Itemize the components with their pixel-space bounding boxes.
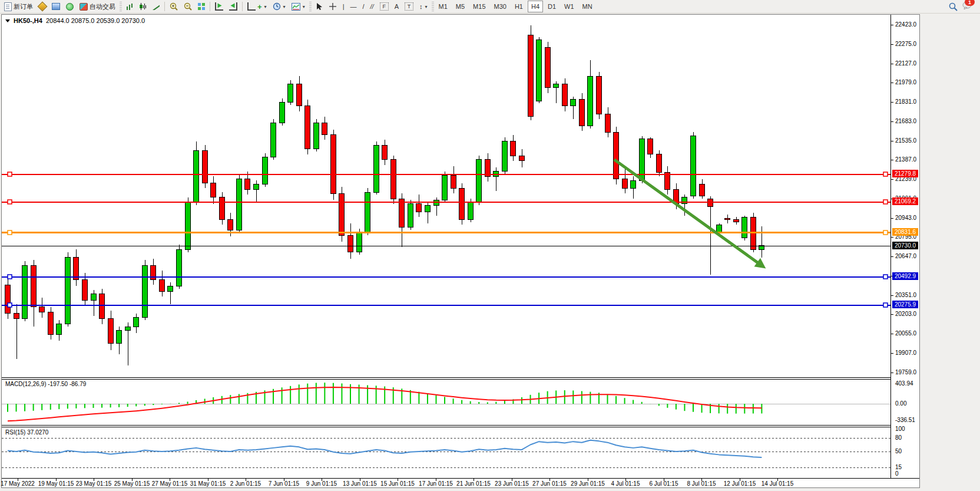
- price-axis[interactable]: 22423.022275.022127.021979.021831.021683…: [891, 15, 919, 478]
- line-handle[interactable]: [883, 230, 888, 235]
- text-label-button[interactable]: T: [402, 0, 416, 13]
- line-handle[interactable]: [8, 230, 12, 235]
- candle-bull: [125, 327, 131, 331]
- candle-bear: [39, 307, 45, 312]
- cursor-button[interactable]: [313, 0, 326, 13]
- candle-bull: [134, 318, 139, 327]
- line-handle[interactable]: [883, 172, 888, 176]
- chevron-down-icon: ▾: [283, 4, 286, 9]
- candle-bull: [554, 84, 559, 88]
- timeframe-button-d1[interactable]: D1: [544, 1, 559, 12]
- crosshair-button[interactable]: [326, 0, 340, 13]
- price-tick: [891, 121, 893, 122]
- price-tick-label: 19907.0: [895, 350, 916, 356]
- timeframe-button-h1[interactable]: H1: [511, 1, 527, 12]
- pane-separator[interactable]: [2, 377, 919, 378]
- trend-arrow[interactable]: [614, 160, 759, 264]
- indicators-button[interactable]: + ▾: [244, 0, 270, 13]
- candlestick-chart-button[interactable]: [136, 0, 149, 13]
- line-handle[interactable]: [883, 200, 888, 204]
- timeframe-button-m30[interactable]: M30: [491, 1, 510, 12]
- line-handle[interactable]: [8, 303, 12, 307]
- line-handle[interactable]: [883, 275, 888, 279]
- tile-windows-icon: [198, 3, 205, 10]
- line-handle[interactable]: [883, 303, 888, 307]
- candle-bull: [588, 76, 593, 126]
- candle-bear: [391, 160, 396, 199]
- templates-button[interactable]: ▾: [289, 0, 308, 13]
- template-icon: [292, 3, 300, 11]
- candle-bear: [297, 84, 302, 106]
- candle-bull: [571, 100, 576, 106]
- toolbar-right: 1: [949, 1, 980, 12]
- new-order-label: 新订单: [14, 2, 33, 11]
- time-tick-label: 27 Jun 01:15: [532, 480, 567, 487]
- macd-axis-label: 0.00: [895, 400, 906, 407]
- time-axis[interactable]: 17 May 202219 May 01:1523 May 01:1525 Ma…: [2, 479, 919, 487]
- auto-scroll-button[interactable]: [212, 0, 226, 13]
- timeframe-button-h4[interactable]: H4: [528, 1, 543, 12]
- toolbar-separator: [164, 2, 165, 11]
- toolbar-grip: [432, 2, 434, 11]
- toolbar-grip: [120, 2, 122, 11]
- line-chart-button[interactable]: [149, 0, 163, 13]
- line-handle[interactable]: [8, 172, 12, 176]
- search-icon[interactable]: [949, 2, 958, 11]
- candle-bull: [65, 258, 71, 324]
- timeframe-button-mn[interactable]: MN: [579, 1, 596, 12]
- candle-bull: [288, 84, 293, 102]
- candle-bear: [648, 139, 653, 154]
- price-tick: [891, 64, 893, 64]
- zoom-in-icon: [170, 2, 178, 11]
- market-watch-icon: [52, 3, 60, 10]
- channel-button[interactable]: //: [368, 0, 377, 13]
- vertical-line-button[interactable]: |: [340, 0, 347, 13]
- time-tick-label: 31 May 01:15: [190, 480, 226, 487]
- candle-bear: [708, 199, 713, 206]
- data-window-button[interactable]: [63, 0, 77, 13]
- pane-separator[interactable]: [2, 425, 919, 426]
- time-tick-label: 2 Jun 01:15: [230, 480, 261, 487]
- horizontal-line-button[interactable]: —: [347, 0, 360, 13]
- new-order-button[interactable]: 新订单: [1, 0, 36, 13]
- text-button[interactable]: A: [392, 0, 402, 13]
- bar-chart-button[interactable]: [123, 0, 136, 13]
- timeframe-button-m1[interactable]: M1: [435, 1, 451, 12]
- candle-bull: [365, 192, 370, 233]
- candle-bull: [682, 197, 687, 204]
- candle-bull: [57, 324, 62, 335]
- candle-bull: [631, 180, 636, 188]
- price-level-badge: 20492.9: [892, 272, 918, 280]
- time-tick-label: 27 May 01:15: [152, 480, 188, 487]
- auto-trading-button[interactable]: 自动交易: [77, 0, 118, 13]
- text-icon: A: [395, 3, 399, 10]
- candle-bull: [91, 294, 97, 301]
- one-click-collapse-icon[interactable]: [5, 19, 10, 22]
- macd-axis-label: -336.51: [895, 417, 915, 423]
- candle-bull: [357, 233, 362, 252]
- timeframe-button-m15[interactable]: M15: [469, 1, 489, 12]
- arrows-button[interactable]: ↕ ▾: [416, 0, 431, 13]
- candle-bear: [108, 319, 114, 344]
- line-handle[interactable]: [8, 200, 12, 204]
- timeframe-button-m5[interactable]: M5: [452, 1, 468, 12]
- auto-trading-label: 自动交易: [90, 2, 115, 11]
- price-tick-label: 20351.0: [895, 292, 916, 298]
- tile-windows-button[interactable]: [195, 0, 208, 13]
- profiles-button[interactable]: [36, 0, 49, 13]
- periods-button[interactable]: ▾: [270, 0, 289, 13]
- notifications-button[interactable]: 1: [962, 1, 972, 12]
- chevron-down-icon: ▾: [264, 4, 267, 9]
- chart-plot-area[interactable]: [2, 15, 891, 478]
- market-watch-button[interactable]: [49, 0, 63, 13]
- fibonacci-button[interactable]: F: [377, 0, 392, 13]
- zoom-out-icon: [184, 2, 192, 11]
- line-handle[interactable]: [8, 275, 12, 279]
- chart-shift-button[interactable]: [226, 0, 240, 13]
- candle-bear: [82, 279, 88, 300]
- zoom-in-button[interactable]: [167, 0, 181, 13]
- zoom-out-button[interactable]: [181, 0, 195, 13]
- timeframe-button-w1[interactable]: W1: [561, 1, 578, 12]
- trendline-button[interactable]: /: [360, 0, 368, 13]
- rsi-axis-label: 80: [895, 434, 902, 441]
